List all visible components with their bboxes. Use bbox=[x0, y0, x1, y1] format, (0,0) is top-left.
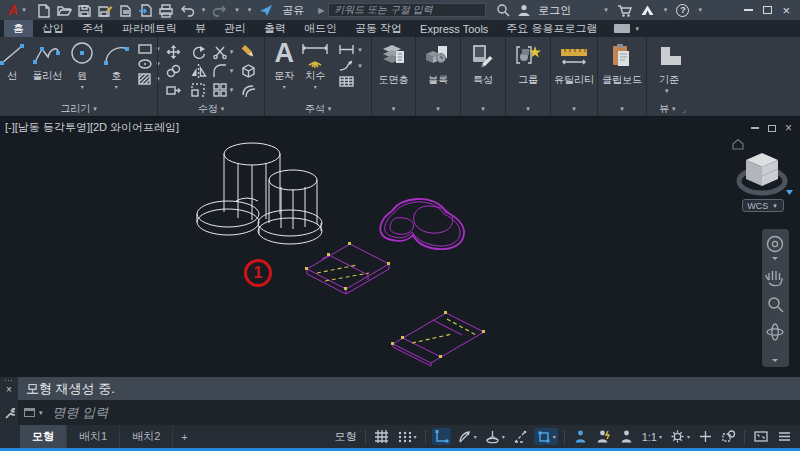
dimension-dropdown-icon[interactable] bbox=[314, 83, 317, 90]
command-input[interactable] bbox=[51, 404, 351, 421]
workspace-button[interactable] bbox=[668, 428, 692, 445]
save-as-icon[interactable] bbox=[97, 3, 113, 18]
stretch-button[interactable] bbox=[161, 80, 186, 99]
arc-dropdown-icon[interactable] bbox=[115, 83, 118, 90]
block-button[interactable]: 블록 bbox=[416, 37, 460, 102]
share-icon[interactable] bbox=[258, 3, 274, 17]
search-icon[interactable] bbox=[496, 3, 510, 17]
batch-plot-icon[interactable] bbox=[118, 3, 133, 18]
tab-express-tools[interactable]: Express Tools bbox=[411, 20, 497, 37]
properties-panel-footer[interactable] bbox=[461, 102, 505, 116]
modify-panel-footer[interactable]: 수정 bbox=[158, 102, 264, 116]
login-arrow-icon[interactable] bbox=[604, 6, 608, 14]
annotation-scale-button[interactable] bbox=[617, 428, 636, 445]
command-customize-button[interactable] bbox=[0, 400, 18, 425]
tab-insert[interactable]: 삽입 bbox=[33, 20, 73, 37]
properties-button[interactable]: 특성 bbox=[461, 37, 505, 102]
new-file-icon[interactable] bbox=[36, 3, 51, 18]
magenta-iso-shape[interactable] bbox=[380, 199, 464, 249]
tab-model[interactable]: 모형 bbox=[20, 425, 67, 448]
share-label[interactable]: 공유 bbox=[282, 3, 304, 18]
snap-button[interactable] bbox=[395, 428, 419, 445]
leader-button[interactable] bbox=[338, 59, 364, 72]
tab-output[interactable]: 출력 bbox=[255, 20, 295, 37]
tab-view[interactable]: 뷰 bbox=[186, 20, 215, 37]
grid-button[interactable] bbox=[372, 428, 391, 445]
layers-panel-footer[interactable] bbox=[372, 102, 415, 116]
customize-button[interactable] bbox=[775, 429, 794, 444]
autodesk-arrow-icon[interactable] bbox=[664, 6, 668, 14]
base-dropdown-icon[interactable] bbox=[665, 87, 669, 95]
autocad-logo-icon[interactable]: A bbox=[8, 3, 18, 17]
dim-linear-button[interactable] bbox=[338, 43, 364, 56]
scale-button[interactable] bbox=[186, 80, 211, 99]
drawing-restore-icon[interactable] bbox=[768, 125, 776, 132]
ortho-button[interactable] bbox=[432, 428, 451, 445]
tab-annotate[interactable]: 주석 bbox=[73, 20, 113, 37]
new-layout-button[interactable]: + bbox=[173, 425, 195, 448]
annotate-panel-footer[interactable]: 주석 bbox=[265, 102, 371, 116]
command-close-icon[interactable] bbox=[6, 385, 12, 395]
close-icon[interactable] bbox=[782, 4, 790, 17]
offset-button[interactable] bbox=[236, 80, 261, 99]
viewport-controls-label[interactable]: [-][남동 등각투영][2D 와이어프레임] bbox=[5, 120, 179, 135]
isolate-objects-button[interactable] bbox=[719, 428, 738, 445]
block-panel-footer[interactable] bbox=[416, 102, 460, 116]
open-file-icon[interactable] bbox=[56, 3, 72, 18]
group-button[interactable]: 그룹 bbox=[506, 37, 550, 102]
redo-arrow-icon[interactable] bbox=[235, 6, 239, 14]
tab-featured-apps[interactable]: 주요 응용프로그램 bbox=[497, 20, 606, 37]
base-button[interactable]: 기준 bbox=[647, 37, 800, 102]
add-status-button[interactable] bbox=[696, 428, 715, 445]
osnap-button[interactable] bbox=[534, 428, 558, 445]
polyline-button[interactable]: 폴리선 bbox=[29, 39, 65, 84]
ribbon-display-toggle[interactable] bbox=[614, 20, 641, 37]
layers-button[interactable]: 도면층 bbox=[372, 37, 415, 102]
table-button[interactable] bbox=[338, 75, 364, 88]
fillet-button[interactable] bbox=[211, 61, 236, 80]
draw-panel-footer[interactable]: 그리기 bbox=[0, 102, 157, 116]
line-button[interactable]: 선 bbox=[0, 39, 29, 84]
scale-value-button[interactable]: 1:1 bbox=[640, 430, 664, 444]
command-prompt-line[interactable] bbox=[18, 400, 800, 425]
search-collapse-icon[interactable] bbox=[318, 6, 324, 15]
tab-layout2[interactable]: 배치2 bbox=[120, 425, 173, 448]
clean-screen-button[interactable] bbox=[751, 428, 771, 445]
maximize-icon[interactable] bbox=[763, 6, 772, 14]
navigation-bar[interactable] bbox=[762, 229, 789, 367]
tab-addins[interactable]: 애드인 bbox=[295, 20, 346, 37]
drawing-minimize-icon[interactable] bbox=[751, 127, 759, 129]
autodesk-logo-icon[interactable] bbox=[640, 3, 655, 17]
command-window-grip[interactable] bbox=[0, 377, 18, 400]
qat-customize-icon[interactable] bbox=[248, 6, 252, 14]
explode-button[interactable] bbox=[236, 61, 261, 80]
dimension-button[interactable]: 치수 bbox=[296, 39, 334, 91]
annotation-autoscale-button[interactable] bbox=[594, 428, 613, 445]
save-icon[interactable] bbox=[77, 3, 92, 18]
osnap-tracking-button[interactable] bbox=[511, 428, 530, 445]
array-button[interactable] bbox=[211, 80, 236, 99]
text-dropdown-icon[interactable] bbox=[283, 83, 286, 90]
group-panel-footer[interactable] bbox=[506, 102, 550, 116]
search-input[interactable]: 키워드 또는 구절 입력 bbox=[328, 3, 486, 17]
view-panel-launcher-icon[interactable]: ⌟ bbox=[683, 105, 687, 114]
help-arrow-icon[interactable] bbox=[698, 6, 702, 14]
help-icon[interactable] bbox=[676, 4, 689, 17]
user-icon[interactable] bbox=[517, 3, 531, 17]
annotation-visibility-button[interactable] bbox=[571, 428, 590, 445]
arc-button[interactable]: 호 bbox=[99, 39, 133, 91]
recent-commands-button[interactable] bbox=[24, 408, 45, 417]
viewcube[interactable] bbox=[733, 140, 793, 196]
rotate-button[interactable] bbox=[186, 42, 211, 61]
text-button[interactable]: 문자 bbox=[272, 39, 296, 91]
circle-dropdown-icon[interactable] bbox=[81, 83, 84, 90]
model-space-button[interactable]: 모형 bbox=[333, 428, 359, 445]
clipboard-panel-footer[interactable] bbox=[598, 102, 646, 116]
undo-icon[interactable] bbox=[179, 3, 195, 17]
move-button[interactable] bbox=[161, 42, 186, 61]
tab-layout1[interactable]: 배치1 bbox=[67, 425, 120, 448]
tab-manage[interactable]: 관리 bbox=[215, 20, 255, 37]
mirror-button[interactable] bbox=[186, 61, 211, 80]
export-icon[interactable] bbox=[138, 3, 153, 18]
plan-view-shape-2[interactable] bbox=[391, 311, 485, 366]
